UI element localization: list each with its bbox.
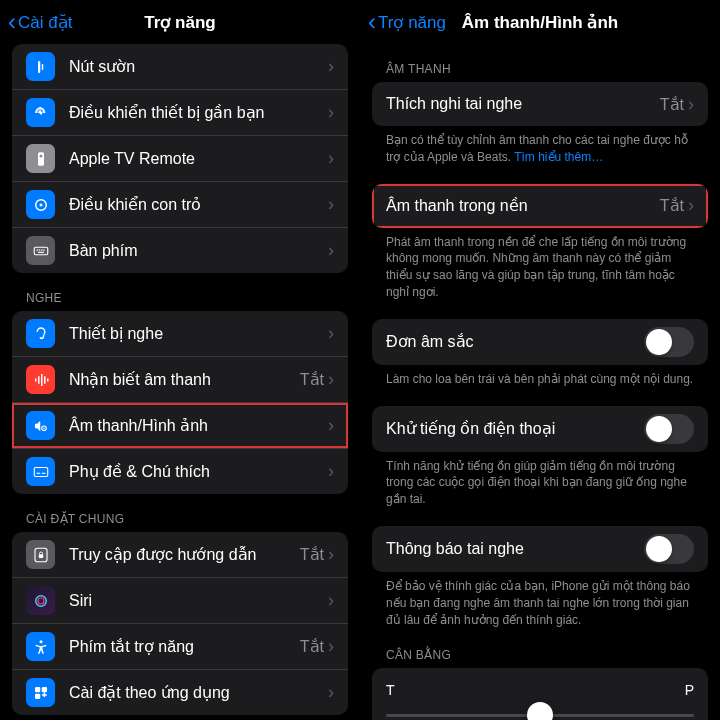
- row-headphone-notifications[interactable]: Thông báo tai nghe: [372, 526, 708, 572]
- svg-rect-8: [36, 249, 38, 250]
- svg-rect-12: [38, 251, 44, 252]
- row-label: Nút sườn: [69, 57, 328, 76]
- side-button-icon: [26, 52, 55, 81]
- svg-rect-20: [34, 467, 48, 476]
- row-apple-tv-remote[interactable]: Apple TV Remote ›: [12, 136, 348, 182]
- row-guided-access[interactable]: Truy cập được hướng dẫn Tắt ›: [12, 532, 348, 578]
- group: Thích nghi tai nghe Tắt ›: [372, 82, 708, 126]
- row-label: Thông báo tai nghe: [386, 540, 644, 558]
- audio-visual-icon: [26, 411, 55, 440]
- chevron-right-icon: ›: [328, 194, 334, 215]
- svg-rect-1: [41, 64, 43, 70]
- row-label: Điều khiển con trỏ: [69, 195, 328, 214]
- row-label: Bàn phím: [69, 242, 328, 260]
- svg-rect-21: [36, 472, 40, 473]
- svg-rect-22: [41, 472, 45, 473]
- back-button[interactable]: ‹ Trợ năng: [368, 10, 446, 34]
- chevron-right-icon: ›: [328, 590, 334, 611]
- row-label: Phím tắt trợ năng: [69, 637, 300, 656]
- learn-more-link[interactable]: Tìm hiểu thêm…: [514, 150, 603, 164]
- row-background-sounds[interactable]: Âm thanh trong nền Tắt ›: [372, 184, 708, 228]
- section-header-audio: ÂM THANH: [372, 44, 708, 82]
- group: Thông báo tai nghe: [372, 526, 708, 572]
- row-value: Tắt: [660, 95, 684, 114]
- right-screen: ‹ Trợ năng Âm thanh/Hình ảnh ÂM THANH Th…: [360, 0, 720, 720]
- row-keyboard[interactable]: Bàn phím ›: [12, 228, 348, 273]
- header: ‹ Trợ năng Âm thanh/Hình ảnh: [360, 0, 720, 44]
- svg-point-6: [39, 203, 42, 206]
- row-audio-visual[interactable]: Âm thanh/Hình ảnh ›: [12, 403, 348, 449]
- page-title: Âm thanh/Hình ảnh: [462, 12, 618, 33]
- chevron-left-icon: ‹: [8, 10, 16, 34]
- siri-icon: [26, 586, 55, 615]
- row-mono-audio[interactable]: Đơn âm sắc: [372, 319, 708, 365]
- row-label: Khử tiếng ồn điện thoại: [386, 419, 644, 438]
- row-label: Âm thanh/Hình ảnh: [69, 416, 328, 435]
- slider-right-label: P: [685, 682, 694, 698]
- svg-rect-24: [38, 554, 43, 558]
- svg-rect-3: [38, 152, 44, 166]
- row-nearby-control[interactable]: Điều khiển thiết bị gần bạn ›: [12, 90, 348, 136]
- toggle[interactable]: [644, 414, 694, 444]
- group-balance: T P 0,00: [372, 668, 708, 720]
- row-side-button[interactable]: Nút sườn ›: [12, 44, 348, 90]
- footer-text: Để bảo vệ thính giác của bạn, iPhone gửi…: [372, 572, 708, 630]
- chevron-right-icon: ›: [328, 102, 334, 123]
- row-per-app-settings[interactable]: Cài đặt theo ứng dụng ›: [12, 670, 348, 715]
- row-sound-recognition[interactable]: Nhận biết âm thanh Tắt ›: [12, 357, 348, 403]
- row-hearing-devices[interactable]: Thiết bị nghe ›: [12, 311, 348, 357]
- section-header-hearing: NGHE: [12, 273, 348, 311]
- chevron-right-icon: ›: [328, 56, 334, 77]
- svg-point-19: [43, 427, 45, 429]
- svg-rect-17: [47, 378, 49, 381]
- slider-thumb[interactable]: [527, 702, 553, 720]
- accessibility-icon: [26, 632, 55, 661]
- chevron-right-icon: ›: [328, 369, 334, 390]
- back-label: Trợ năng: [378, 12, 446, 33]
- row-label: Cài đặt theo ứng dụng: [69, 683, 328, 702]
- group: Đơn âm sắc: [372, 319, 708, 365]
- row-headphone-accommodations[interactable]: Thích nghi tai nghe Tắt ›: [372, 82, 708, 126]
- row-label: Siri: [69, 592, 328, 610]
- apps-icon: [26, 678, 55, 707]
- back-button[interactable]: ‹ Cài đặt: [8, 10, 72, 34]
- row-pointer-control[interactable]: Điều khiển con trỏ ›: [12, 182, 348, 228]
- chevron-right-icon: ›: [328, 240, 334, 261]
- row-label: Thích nghi tai nghe: [386, 95, 660, 113]
- toggle[interactable]: [644, 327, 694, 357]
- svg-rect-9: [38, 249, 40, 250]
- row-accessibility-shortcut[interactable]: Phím tắt trợ năng Tắt ›: [12, 624, 348, 670]
- balance-slider-row: T P 0,00: [372, 668, 708, 720]
- group-general: Truy cập được hướng dẫn Tắt › Siri › Phí…: [12, 532, 348, 715]
- row-label: Phụ đề & Chú thích: [69, 462, 328, 481]
- svg-point-26: [38, 598, 44, 604]
- balance-slider[interactable]: 0,00: [386, 700, 694, 720]
- svg-rect-29: [41, 687, 46, 692]
- row-label: Apple TV Remote: [69, 150, 328, 168]
- row-label: Đơn âm sắc: [386, 332, 644, 351]
- svg-rect-0: [38, 61, 40, 73]
- row-label: Thiết bị nghe: [69, 324, 328, 343]
- svg-rect-30: [35, 693, 40, 698]
- chevron-right-icon: ›: [328, 544, 334, 565]
- pointer-icon: [26, 190, 55, 219]
- keyboard-icon: [26, 236, 55, 265]
- row-subtitles[interactable]: Phụ đề & Chú thích ›: [12, 449, 348, 494]
- row-phone-noise-cancellation[interactable]: Khử tiếng ồn điện thoại: [372, 406, 708, 452]
- chevron-right-icon: ›: [328, 148, 334, 169]
- left-screen: ‹ Cài đặt Trợ năng Nút sườn › Điều khiển…: [0, 0, 360, 720]
- group-physical: Nút sườn › Điều khiển thiết bị gần bạn ›…: [12, 44, 348, 273]
- row-label: Điều khiển thiết bị gần bạn: [69, 103, 328, 122]
- back-label: Cài đặt: [18, 12, 72, 33]
- nearby-icon: [26, 98, 55, 127]
- slider-left-label: T: [386, 682, 395, 698]
- chevron-right-icon: ›: [328, 461, 334, 482]
- row-siri[interactable]: Siri ›: [12, 578, 348, 624]
- row-value: Tắt: [660, 196, 684, 215]
- toggle[interactable]: [644, 534, 694, 564]
- footer-text: Tính năng khử tiếng ồn giúp giảm tiếng ồ…: [372, 452, 708, 510]
- row-label: Nhận biết âm thanh: [69, 370, 300, 389]
- row-label: Âm thanh trong nền: [386, 196, 660, 215]
- svg-point-4: [39, 154, 42, 157]
- page-title: Trợ năng: [144, 12, 215, 33]
